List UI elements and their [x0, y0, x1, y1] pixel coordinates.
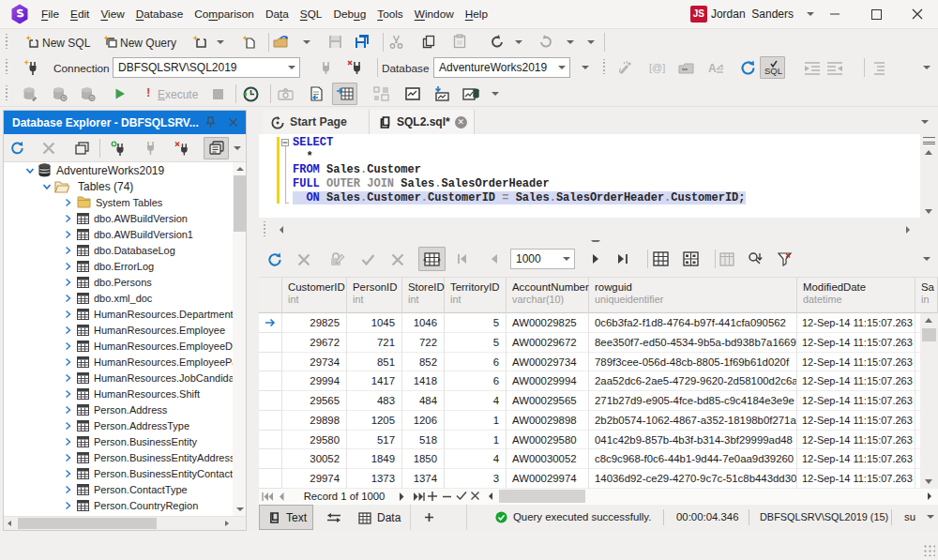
svg-text:SQL: SQL	[764, 66, 782, 76]
svg-text:[@]: [@]	[649, 62, 665, 73]
svg-text:A: A	[708, 62, 717, 74]
